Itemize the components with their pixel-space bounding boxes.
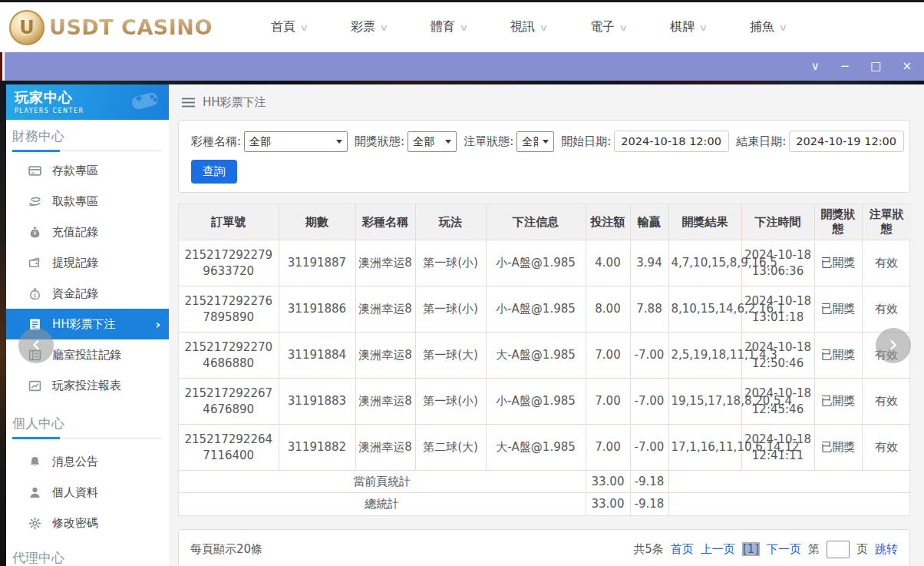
nav-item-home[interactable]: 首頁∨ (249, 19, 329, 35)
carousel-right-button[interactable]: › (876, 328, 911, 363)
page-summary-row: 當前頁統計 33.00 -9.18 (179, 471, 911, 493)
current-page-indicator[interactable]: [1] (742, 542, 760, 556)
page-summary-bet-total: 33.00 (586, 471, 630, 493)
chevron-right-icon: › (155, 317, 160, 332)
hamburger-menu-icon[interactable] (182, 98, 195, 108)
pager: 共5条 首页 上一页 [1] 下一页 第 页 跳转 (633, 541, 898, 558)
jump-prefix-text: 第 (808, 542, 820, 557)
chevron-right-icon: › (889, 333, 898, 356)
withdraw-hand-icon (28, 195, 41, 208)
total-count-text: 共5条 (633, 542, 664, 557)
chevron-down-icon: ∨ (299, 22, 309, 33)
total-summary-row: 總統計 33.00 -9.18 (179, 493, 911, 515)
sidebar-item-change-password[interactable]: 修改密碼 (6, 508, 169, 538)
table-row: 2152172922704686880 31191884 澳洲幸运8 第一球(大… (179, 333, 911, 379)
total-summary-win-loss: -9.18 (630, 493, 668, 515)
sidebar-item-withdrawal-record[interactable]: 提現記錄 (6, 247, 169, 278)
col-bet-info: 下注信息 (486, 204, 586, 240)
jump-suffix-text: 页 (856, 542, 868, 557)
draw-status-select[interactable]: 全部 (408, 131, 457, 152)
sidebar-item-recharge-record[interactable]: ¥ 充值記錄 (6, 217, 169, 247)
nav-item-cards[interactable]: 棋牌∨ (648, 19, 728, 35)
sidebar-item-funds-record[interactable]: $ 資金記錄 (6, 278, 169, 309)
search-button[interactable]: 查詢 (191, 160, 237, 184)
order-status-label: 注單狀態: (464, 134, 513, 149)
nav-item-slots[interactable]: 電子∨ (569, 19, 648, 35)
next-page-link[interactable]: 下一页 (767, 542, 801, 557)
breadcrumb: HH彩票下注 (169, 84, 924, 120)
col-win-loss: 輸贏 (630, 204, 668, 240)
table-row: 2152172922767895890 31191886 澳洲幸运8 第一球(小… (179, 286, 911, 333)
start-date-label: 開始日期: (561, 134, 611, 149)
page-summary-label: 當前頁統計 (179, 471, 586, 493)
col-lottery-name: 彩種名稱 (355, 204, 415, 240)
jump-action-link[interactable]: 跳转 (875, 542, 898, 557)
site-logo[interactable]: U USDT CASINO (9, 10, 213, 45)
page-summary-empty (668, 471, 911, 493)
sidebar-item-profile[interactable]: 個人資料 (6, 477, 169, 508)
end-date-input[interactable] (789, 131, 904, 152)
draw-status-select-wrap: 全部 (408, 131, 457, 152)
section-title-personal: 個人中心 (12, 415, 161, 439)
sidebar-item-deposit[interactable]: 存款專區 (6, 155, 169, 186)
page-size-text: 每頁顯示20條 (190, 542, 262, 557)
logo-text: USDT CASINO (49, 15, 213, 39)
chevron-down-icon: ∨ (698, 22, 708, 33)
col-issue: 期數 (279, 204, 355, 240)
col-play-type: 玩法 (415, 204, 486, 240)
total-summary-empty (668, 493, 911, 515)
lottery-name-select[interactable]: 全部 (244, 131, 348, 152)
col-order-status: 注單狀態 (862, 204, 911, 240)
gamepad-icon (129, 90, 161, 113)
sidebar-item-bet-report[interactable]: 玩家投注報表 (6, 370, 169, 401)
nav-menu: 首頁∨ 彩票∨ 體育∨ 視訊∨ 電子∨ 棋牌∨ 捕魚∨ (249, 19, 808, 35)
total-summary-label: 總統計 (179, 493, 586, 515)
svg-text:$: $ (33, 292, 36, 298)
nav-item-lottery[interactable]: 彩票∨ (329, 19, 409, 35)
page-summary-win-loss: -9.18 (630, 471, 668, 493)
order-status-select-wrap: 全部 (516, 131, 554, 152)
pagination-bar: 每頁顯示20條 共5条 首页 上一页 [1] 下一页 第 页 跳转 (178, 529, 910, 566)
sidebar-item-announcements[interactable]: 消息公告 (6, 446, 169, 477)
carousel-left-button[interactable]: ‹ (18, 328, 54, 363)
window-collapse-button[interactable]: ∨ (811, 61, 820, 72)
top-navigation: U USDT CASINO 首頁∨ 彩票∨ 體育∨ 視訊∨ 電子∨ 棋牌∨ 捕魚… (0, 2, 924, 52)
order-status-select[interactable]: 全部 (516, 131, 554, 152)
main-content: HH彩票下注 彩種名稱: 全部 開獎狀態: 全部 注單狀態: (169, 84, 924, 566)
window-minimize-button[interactable]: − (840, 61, 850, 72)
person-icon (28, 486, 41, 499)
draw-status-label: 開獎狀態: (355, 134, 404, 149)
svg-text:¥: ¥ (33, 230, 37, 237)
window-titlebar: ∨ − □ × (5, 52, 924, 81)
sidebar-item-withdraw[interactable]: 取款專區 (6, 186, 169, 217)
recharge-record-icon: ¥ (28, 226, 41, 239)
personal-items: 消息公告 個人資料 修改密碼 (6, 446, 169, 538)
withdrawal-record-icon (28, 257, 41, 270)
lottery-name-select-wrap: 全部 (244, 131, 348, 152)
col-draw-result: 開獎結果 (668, 204, 741, 240)
chevron-down-icon: ∨ (379, 22, 388, 33)
chevron-left-icon: ‹ (31, 333, 41, 356)
prev-page-link[interactable]: 上一页 (701, 542, 735, 557)
first-page-link[interactable]: 首页 (671, 542, 694, 557)
nav-item-sports[interactable]: 體育∨ (409, 19, 489, 35)
chevron-down-icon: ∨ (778, 22, 787, 33)
nav-item-video[interactable]: 視訊∨ (489, 19, 569, 35)
chevron-down-icon: ∨ (539, 22, 548, 33)
section-title-finance: 財務中心 (12, 127, 161, 151)
total-summary-bet-total: 33.00 (586, 493, 630, 515)
page-jump-input[interactable] (827, 541, 850, 558)
chevron-down-icon: ∨ (459, 22, 468, 33)
window-close-button[interactable]: × (902, 61, 912, 72)
section-title-agent: 代理中心 (12, 549, 161, 566)
players-center-header: 玩家中心 PLAYERS CENTER (6, 84, 169, 120)
gear-icon (28, 517, 41, 530)
nav-item-fishing[interactable]: 捕魚∨ (728, 19, 808, 35)
bell-icon (28, 455, 41, 468)
bet-report-icon (28, 379, 41, 392)
window-maximize-button[interactable]: □ (870, 61, 881, 72)
col-bet-time: 下注時間 (741, 204, 814, 240)
start-date-input[interactable] (614, 131, 729, 152)
deposit-card-icon (28, 164, 41, 177)
page-title: HH彩票下注 (203, 95, 266, 110)
